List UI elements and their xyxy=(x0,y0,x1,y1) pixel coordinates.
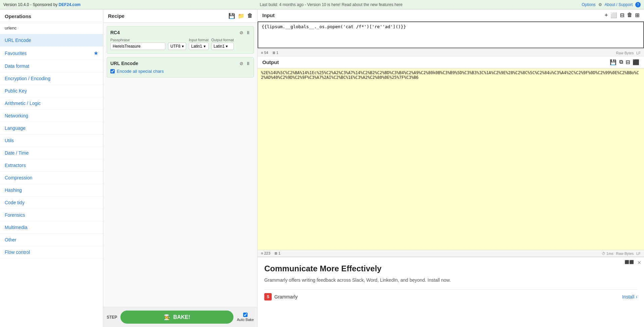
passphrase-input[interactable] xyxy=(110,43,165,50)
rc4-pause-icon[interactable]: ⏸ xyxy=(246,30,250,35)
ad-text: Grammarly offers writing feedback across… xyxy=(264,277,637,283)
input-raw-bytes: Raw Bytes xyxy=(616,51,634,55)
input-header: Input + ⬜ ⊟ 🗑 ⊞ xyxy=(258,9,644,21)
output-maximize-icon[interactable]: ⬛ xyxy=(633,59,639,65)
star-icon: ★ xyxy=(94,50,98,56)
build-info-text: Last build: 4 months ago - Version 10 is… xyxy=(260,2,402,7)
bake-button[interactable]: 👨‍🍳 BAKE! xyxy=(120,311,233,324)
sidebar-item-other[interactable]: Other xyxy=(0,234,103,246)
auto-bake-label: Auto Bake xyxy=(237,318,254,322)
input-textarea[interactable] xyxy=(258,21,644,48)
sidebar-item-multimedia[interactable]: Multimedia xyxy=(0,221,103,234)
sidebar-item-code-tidy[interactable]: Code tidy xyxy=(0,197,103,209)
sidebar-header: Operations xyxy=(0,9,103,22)
encode-special-chars-row: Encode all special chars xyxy=(110,69,250,74)
ad-settings-icon[interactable]: ⬛⬛ xyxy=(625,260,634,264)
rc4-disable-icon[interactable]: ⊘ xyxy=(239,30,243,35)
step-label: STEP xyxy=(107,315,117,320)
help-icon[interactable]: ? xyxy=(635,2,641,7)
output-copy-icon[interactable]: ⧉ xyxy=(619,59,623,65)
output-text: %2E%14U%5C%C2%BA%14%1Ec%25%C2%A2%C3%A7%1… xyxy=(258,68,644,250)
url-encode-pause-icon[interactable]: ⏸ xyxy=(246,61,250,66)
passphrase-field: Passphrase xyxy=(110,38,165,50)
input-format-field: Input format Latin1 ▾ xyxy=(189,38,209,50)
folder-icon[interactable]: 📁 xyxy=(238,13,245,19)
grammarly-icon: S xyxy=(264,293,272,301)
sidebar-item-language[interactable]: Language xyxy=(0,122,103,134)
output-split-icon[interactable]: ⊟ xyxy=(626,59,630,65)
topbar: Version 10.4.0 - Sponsored by DEF24.com … xyxy=(0,0,644,9)
ad-arrow-icon: › xyxy=(636,294,637,299)
input-header-icons[interactable]: + ⬜ ⊟ 🗑 ⊞ xyxy=(605,12,639,18)
sidebar-item-urlenc[interactable]: urlenc xyxy=(0,22,103,34)
chevron-down-icon: ▾ xyxy=(182,44,184,49)
recipe-title: Recipe xyxy=(108,13,124,19)
rc4-title: RC4 ⊘ ⏸ xyxy=(110,30,250,35)
sidebar-item-utils[interactable]: Utils xyxy=(0,134,103,147)
recipe-header: Recipe 💾 📁 🗑 xyxy=(103,9,257,23)
auto-bake-checkbox[interactable] xyxy=(243,313,248,317)
output-title: Output xyxy=(262,59,279,65)
sidebar-item-forensics[interactable]: Forensics xyxy=(0,209,103,221)
sidebar-item-data-format[interactable]: Data format xyxy=(0,60,103,72)
input-split-icon[interactable]: ⊟ xyxy=(620,12,624,18)
recipe-header-icons[interactable]: 💾 📁 🗑 xyxy=(228,13,253,19)
encode-special-chars-checkbox[interactable] xyxy=(110,69,115,73)
input-title: Input xyxy=(262,12,275,18)
input-statusbar-left: ≡ 54 ≣ 1 xyxy=(261,51,278,55)
input-grid-icon[interactable]: ⊞ xyxy=(635,12,639,18)
output-statusbar: ≡ 223 ≣ 1 ⏱ 1ms Raw Bytes LF xyxy=(258,250,644,257)
sidebar-item-extractors[interactable]: Extractors xyxy=(0,159,103,172)
url-encode-block: URL Encode ⊘ ⏸ Encode all special chars xyxy=(107,57,254,77)
about-label[interactable]: About / Support xyxy=(605,2,633,7)
sidebar: Operations urlenc URL Encode Favourites … xyxy=(0,9,103,327)
input-lines: ≣ 1 xyxy=(272,51,278,55)
output-save-icon[interactable]: 💾 xyxy=(610,59,616,65)
gear-icon[interactable]: ⚙ xyxy=(598,2,602,7)
input-add-icon[interactable]: + xyxy=(605,12,608,18)
input-statusbar-right: Raw Bytes LF xyxy=(616,51,641,55)
ad-brand: S Grammarly xyxy=(264,293,298,301)
topbar-actions[interactable]: Options ⚙ About / Support ? xyxy=(582,2,641,7)
sidebar-item-favourites[interactable]: Favourites ★ xyxy=(0,47,103,60)
ad-install-label: Install xyxy=(622,294,635,299)
sponsor-link[interactable]: DEF24.com xyxy=(59,2,80,7)
sidebar-item-hashing[interactable]: Hashing xyxy=(0,184,103,197)
ad-close-button[interactable]: ✕ xyxy=(637,260,641,265)
options-label[interactable]: Options xyxy=(582,2,595,7)
trash-icon[interactable]: 🗑 xyxy=(247,13,253,19)
output-raw-bytes: Raw Bytes xyxy=(616,252,634,256)
output-time: ⏱ 1ms xyxy=(602,252,613,256)
save-icon[interactable]: 💾 xyxy=(228,13,235,19)
sidebar-item-arithmetic-logic[interactable]: Arithmetic / Logic xyxy=(0,97,103,110)
sidebar-item-public-key[interactable]: Public Key xyxy=(0,85,103,97)
output-format-field: Output format Latin1 ▾ xyxy=(211,38,234,50)
input-window-icon[interactable]: ⬜ xyxy=(610,12,617,18)
sidebar-item-url-encode[interactable]: URL Encode xyxy=(0,34,103,47)
sidebar-item-compression[interactable]: Compression xyxy=(0,172,103,184)
topbar-build-info: Last build: 4 months ago - Version 10 is… xyxy=(260,2,402,7)
output-statusbar-left: ≡ 223 ≣ 1 xyxy=(261,251,280,256)
output-lf: LF xyxy=(636,252,641,256)
sidebar-item-flow-control[interactable]: Flow control xyxy=(0,246,103,259)
input-format-select[interactable]: Latin1 ▾ xyxy=(189,43,209,50)
version-text: Version 10.4.0 - Sponsored by xyxy=(3,2,59,7)
sidebar-item-networking[interactable]: Networking xyxy=(0,110,103,122)
rc4-block-icons[interactable]: ⊘ ⏸ xyxy=(239,30,250,35)
rc4-fields: Passphrase UTF8 ▾ Input format Latin1 ▾ xyxy=(110,38,250,50)
right-panel: Input + ⬜ ⊟ 🗑 ⊞ ≡ 54 ≣ 1 Raw Bytes LF xyxy=(258,9,644,327)
url-encode-disable-icon[interactable]: ⊘ xyxy=(239,61,243,66)
sidebar-item-encryption[interactable]: Encryption / Encoding xyxy=(0,72,103,85)
url-encode-block-icons[interactable]: ⊘ ⏸ xyxy=(239,61,250,66)
output-section: Output 💾 ⧉ ⊟ ⬛ %2E%14U%5C%C2%BA%14%1Ec%2… xyxy=(258,56,644,257)
output-format-select[interactable]: Latin1 ▾ xyxy=(211,43,234,50)
center-panel: Recipe 💾 📁 🗑 RC4 ⊘ ⏸ Passphrase xyxy=(103,9,258,327)
sidebar-item-date-time[interactable]: Date / Time xyxy=(0,147,103,159)
output-header: Output 💾 ⧉ ⊟ ⬛ xyxy=(258,56,644,68)
output-statusbar-right: ⏱ 1ms Raw Bytes LF xyxy=(602,252,641,256)
output-header-icons[interactable]: 💾 ⧉ ⊟ ⬛ xyxy=(610,59,639,65)
chevron-down-icon: ▾ xyxy=(226,44,228,49)
input-delete-icon[interactable]: 🗑 xyxy=(627,12,632,18)
encoding-select[interactable]: UTF8 ▾ xyxy=(168,43,186,50)
ad-install-button[interactable]: Install › xyxy=(622,294,637,299)
